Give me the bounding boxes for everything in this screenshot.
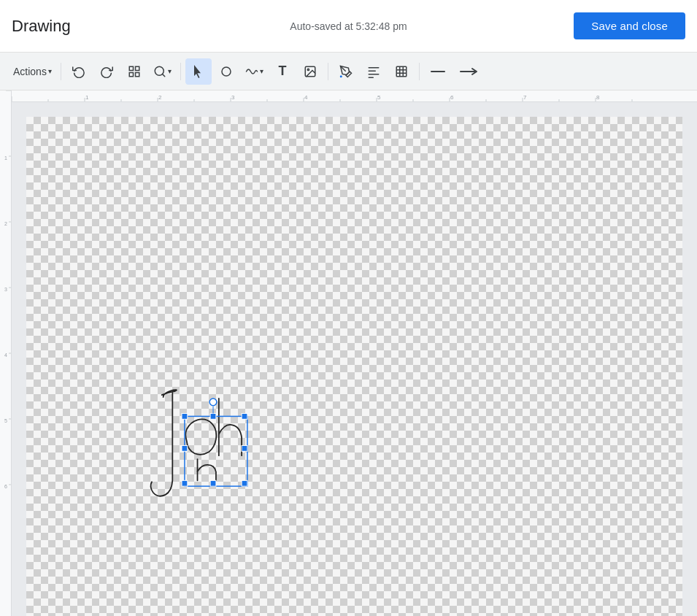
- svg-text:3: 3: [4, 287, 7, 292]
- svg-point-70: [209, 399, 217, 406]
- redo-icon: [100, 65, 113, 78]
- toolbar: Actions ▾ ▾: [0, 53, 697, 91]
- svg-text:6: 6: [4, 484, 7, 489]
- canvas-area: 1 2 3 4 5 6 1 2 3 4: [0, 91, 697, 616]
- drawing-canvas[interactable]: [12, 102, 697, 616]
- svg-point-8: [307, 69, 309, 70]
- actions-menu-button[interactable]: Actions ▾: [9, 58, 56, 85]
- toolbar-separator-3: [328, 63, 328, 80]
- scribble-icon: [245, 65, 258, 78]
- svg-point-6: [222, 67, 231, 76]
- shape-icon: [220, 65, 233, 78]
- pen-color-icon: [339, 65, 353, 78]
- align-button[interactable]: [361, 58, 387, 85]
- svg-text:2: 2: [4, 221, 7, 226]
- save-close-button[interactable]: Save and close: [574, 12, 685, 39]
- autosave-status: Auto-saved at 5:32:48 pm: [290, 20, 407, 32]
- canvas-column: 1 2 3 4 5 6 7 8: [12, 91, 697, 616]
- svg-rect-66: [182, 445, 188, 451]
- long-arrow-icon: [459, 66, 480, 77]
- svg-text:4: 4: [4, 353, 7, 358]
- svg-text:3: 3: [231, 94, 235, 101]
- svg-rect-3: [129, 72, 133, 76]
- undo-icon: [72, 65, 85, 78]
- select-tool-button[interactable]: [185, 58, 212, 85]
- image-tool-button[interactable]: [297, 58, 323, 85]
- svg-rect-68: [210, 413, 216, 419]
- actions-label: Actions: [13, 66, 47, 77]
- long-arrow-button[interactable]: [453, 58, 485, 85]
- undo-button[interactable]: [66, 58, 92, 85]
- actions-chevron-icon: ▾: [48, 67, 52, 75]
- svg-rect-11: [368, 67, 379, 69]
- zoom-icon: [153, 65, 166, 78]
- svg-text:4: 4: [304, 94, 308, 101]
- zoom-button[interactable]: ▾: [149, 58, 176, 85]
- svg-text:8: 8: [596, 94, 600, 101]
- svg-text:1: 1: [85, 94, 89, 101]
- redo-button[interactable]: [93, 58, 120, 85]
- short-line-button[interactable]: [424, 58, 452, 85]
- ruler-top-svg: 1 2 3 4 5 6 7 8: [12, 91, 697, 102]
- drawing-tool-button[interactable]: ▾: [241, 58, 268, 85]
- svg-text:5: 5: [377, 94, 381, 101]
- drawing-tool-chevron-icon: ▾: [260, 67, 263, 75]
- short-line-icon: [430, 66, 446, 77]
- svg-rect-65: [242, 480, 247, 486]
- svg-rect-14: [368, 77, 374, 78]
- app-title: Drawing: [12, 17, 71, 36]
- svg-text:1: 1: [4, 155, 7, 161]
- svg-line-5: [162, 74, 164, 76]
- svg-rect-1: [135, 66, 139, 70]
- canvas-paper: [26, 117, 682, 616]
- shape-tool-button[interactable]: [213, 58, 239, 85]
- image-icon: [304, 65, 317, 78]
- svg-rect-67: [242, 445, 247, 451]
- select-all-button[interactable]: [121, 58, 147, 85]
- svg-text:7: 7: [523, 94, 527, 101]
- ruler-left-svg: 1 2 3 4 5 6: [0, 91, 12, 616]
- svg-rect-69: [210, 480, 216, 486]
- zoom-chevron-icon: ▾: [168, 67, 172, 75]
- svg-rect-2: [135, 72, 139, 76]
- app-header: Drawing Auto-saved at 5:32:48 pm Save an…: [0, 0, 697, 53]
- drawing-svg: [26, 117, 682, 616]
- svg-rect-0: [129, 66, 133, 70]
- svg-text:5: 5: [4, 418, 7, 423]
- pen-color-button[interactable]: [333, 58, 359, 85]
- ruler-top: 1 2 3 4 5 6 7 8: [12, 91, 697, 102]
- svg-rect-64: [182, 480, 188, 486]
- svg-text:2: 2: [158, 94, 162, 101]
- select-cursor-icon: [192, 65, 205, 78]
- select-all-icon: [128, 65, 141, 78]
- toolbar-separator-4: [419, 63, 420, 80]
- align-icon: [367, 65, 380, 78]
- text-icon: T: [278, 63, 286, 79]
- toolbar-separator-2: [180, 63, 181, 80]
- svg-rect-13: [368, 74, 379, 75]
- svg-text:6: 6: [450, 94, 454, 101]
- text-tool-button[interactable]: T: [269, 58, 296, 85]
- svg-rect-63: [242, 413, 247, 419]
- svg-rect-12: [368, 70, 376, 72]
- ruler-left: 1 2 3 4 5 6: [0, 91, 12, 616]
- table-icon: [395, 65, 408, 78]
- svg-rect-15: [396, 66, 407, 77]
- table-button[interactable]: [388, 58, 415, 85]
- toolbar-separator-1: [61, 63, 61, 80]
- svg-rect-62: [182, 413, 188, 419]
